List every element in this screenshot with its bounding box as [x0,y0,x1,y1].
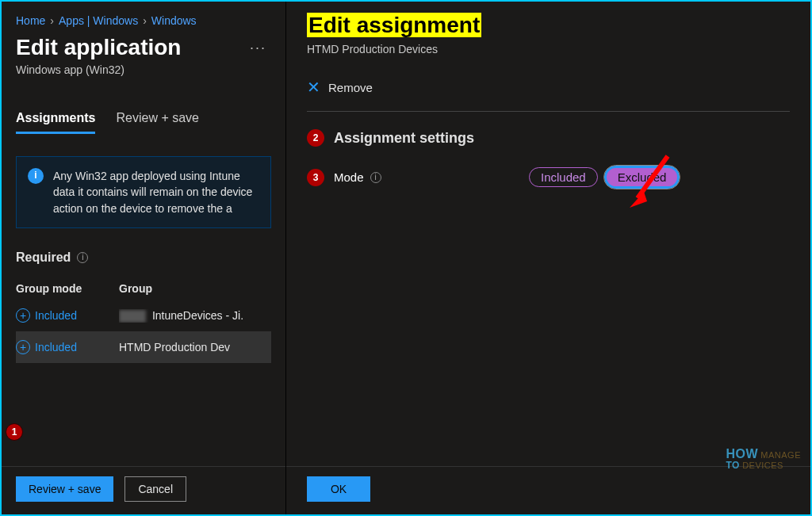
tabs: Assignments Review + save [16,111,271,134]
column-group-mode: Group mode [16,282,119,295]
chevron-right-icon: › [143,14,147,27]
annotation-badge-2: 2 [307,129,324,147]
group-name: HTMD Production Dev [119,341,271,354]
breadcrumb-windows[interactable]: Windows [151,14,197,27]
remove-button[interactable]: ✕ Remove [307,78,790,97]
redacted-text [119,310,146,323]
left-panel: Home › Apps | Windows › Windows Edit app… [2,2,285,514]
annotation-badge-1: 1 [6,423,23,441]
cancel-button[interactable]: Cancel [124,476,186,502]
review-save-button[interactable]: Review + save [16,476,113,502]
section-required: Required [16,250,71,265]
column-group: Group [119,282,271,295]
watermark: HOW MANAGE TO DEVICES [726,448,801,470]
mode-excluded-option[interactable]: Excluded [604,166,680,189]
table-row[interactable]: + Included IntuneDevices - Ji. [16,300,271,331]
mode-value: Included [35,309,77,322]
table-row[interactable]: + Included HTMD Production Dev [16,331,271,363]
breadcrumb-apps[interactable]: Apps | Windows [59,14,138,27]
flyout-title: Edit assignment [307,13,481,37]
watermark-manage: MANAGE [760,450,801,460]
mode-label: Mode [334,170,364,184]
tab-assignments[interactable]: Assignments [16,111,95,134]
mode-value: Included [35,341,77,354]
plus-circle-icon: + [16,340,30,354]
info-icon: i [28,168,44,184]
watermark-devices: DEVICES [742,461,783,470]
divider [307,111,790,112]
chevron-right-icon: › [50,14,54,27]
breadcrumb-home[interactable]: Home [16,14,45,27]
assignment-settings-label: Assignment settings [334,130,474,147]
mode-toggle: Included Excluded [529,166,680,189]
page-subtitle: Windows app (Win32) [16,63,271,76]
remove-label: Remove [328,81,373,94]
group-name: IntuneDevices - Ji. [152,309,243,322]
flyout-footer: OK [286,466,810,514]
info-icon[interactable]: i [77,252,88,263]
close-icon: ✕ [307,78,320,97]
more-options-icon[interactable]: ··· [245,40,271,56]
assignment-settings-header: 2 Assignment settings [307,129,790,147]
info-callout: i Any Win32 app deployed using Intune da… [16,156,271,228]
ok-button[interactable]: OK [307,476,370,502]
edit-assignment-flyout: Edit assignment HTMD Production Devices … [285,2,810,514]
watermark-to: TO [726,460,739,471]
info-text: Any Win32 app deployed using Intune data… [53,168,259,216]
info-icon[interactable]: i [370,172,381,183]
assignments-table: Group mode Group + Included IntuneDevice… [16,282,271,363]
annotation-badge-3: 3 [307,169,324,186]
tab-review-save[interactable]: Review + save [116,111,199,134]
flyout-subtitle: HTMD Production Devices [307,43,790,55]
plus-circle-icon: + [16,308,30,323]
breadcrumb: Home › Apps | Windows › Windows [16,14,271,27]
page-title: Edit application [16,35,181,60]
mode-included-option[interactable]: Included [529,167,598,187]
watermark-how: HOW [726,447,758,461]
left-footer: Review + save Cancel [2,466,285,514]
